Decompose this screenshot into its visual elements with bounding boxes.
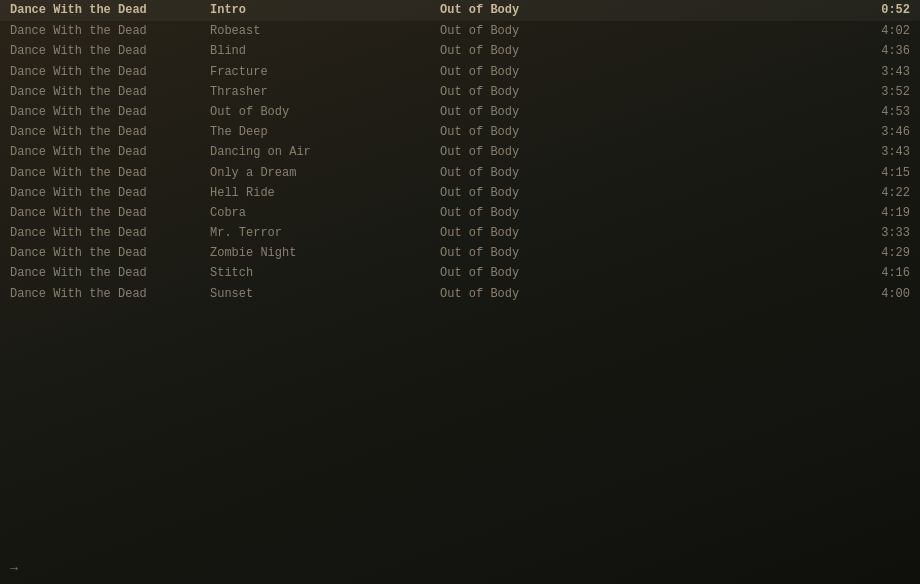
arrow-indicator: → bbox=[10, 561, 18, 576]
track-duration-cell: 3:43 bbox=[620, 144, 910, 160]
header-artist: Dance With the Dead bbox=[10, 2, 210, 18]
table-row[interactable]: Dance With the DeadZombie NightOut of Bo… bbox=[0, 243, 920, 263]
track-artist-cell: Dance With the Dead bbox=[10, 165, 210, 181]
track-album-cell: Out of Body bbox=[440, 124, 620, 140]
track-duration-cell: 4:53 bbox=[620, 104, 910, 120]
table-row[interactable]: Dance With the DeadSunsetOut of Body4:00 bbox=[0, 284, 920, 304]
track-title-cell: Dancing on Air bbox=[210, 144, 440, 160]
track-title-cell: Sunset bbox=[210, 286, 440, 302]
track-artist-cell: Dance With the Dead bbox=[10, 84, 210, 100]
table-row[interactable]: Dance With the DeadMr. TerrorOut of Body… bbox=[0, 223, 920, 243]
track-title-cell: Mr. Terror bbox=[210, 225, 440, 241]
track-album-cell: Out of Body bbox=[440, 104, 620, 120]
track-title-cell: The Deep bbox=[210, 124, 440, 140]
header-duration: 0:52 bbox=[620, 2, 910, 18]
track-duration-cell: 4:19 bbox=[620, 205, 910, 221]
track-title-cell: Zombie Night bbox=[210, 245, 440, 261]
track-album-cell: Out of Body bbox=[440, 64, 620, 80]
track-album-cell: Out of Body bbox=[440, 225, 620, 241]
track-title-cell: Thrasher bbox=[210, 84, 440, 100]
track-title-cell: Stitch bbox=[210, 265, 440, 281]
table-row[interactable]: Dance With the DeadDancing on AirOut of … bbox=[0, 142, 920, 162]
track-list-header: Dance With the Dead Intro Out of Body 0:… bbox=[0, 0, 920, 21]
table-row[interactable]: Dance With the DeadStitchOut of Body4:16 bbox=[0, 263, 920, 283]
track-artist-cell: Dance With the Dead bbox=[10, 144, 210, 160]
track-artist-cell: Dance With the Dead bbox=[10, 225, 210, 241]
header-title: Intro bbox=[210, 2, 440, 18]
track-title-cell: Out of Body bbox=[210, 104, 440, 120]
table-row[interactable]: Dance With the DeadCobraOut of Body4:19 bbox=[0, 203, 920, 223]
track-artist-cell: Dance With the Dead bbox=[10, 265, 210, 281]
table-row[interactable]: Dance With the DeadHell RideOut of Body4… bbox=[0, 183, 920, 203]
track-album-cell: Out of Body bbox=[440, 23, 620, 39]
track-duration-cell: 3:52 bbox=[620, 84, 910, 100]
track-album-cell: Out of Body bbox=[440, 265, 620, 281]
track-artist-cell: Dance With the Dead bbox=[10, 43, 210, 59]
track-album-cell: Out of Body bbox=[440, 144, 620, 160]
header-album: Out of Body bbox=[440, 2, 620, 18]
table-row[interactable]: Dance With the DeadThrasherOut of Body3:… bbox=[0, 82, 920, 102]
track-duration-cell: 4:16 bbox=[620, 265, 910, 281]
track-duration-cell: 3:33 bbox=[620, 225, 910, 241]
track-artist-cell: Dance With the Dead bbox=[10, 286, 210, 302]
table-row[interactable]: Dance With the DeadOut of BodyOut of Bod… bbox=[0, 102, 920, 122]
table-row[interactable]: Dance With the DeadThe DeepOut of Body3:… bbox=[0, 122, 920, 142]
track-artist-cell: Dance With the Dead bbox=[10, 205, 210, 221]
track-title-cell: Blind bbox=[210, 43, 440, 59]
track-artist-cell: Dance With the Dead bbox=[10, 104, 210, 120]
track-album-cell: Out of Body bbox=[440, 205, 620, 221]
track-artist-cell: Dance With the Dead bbox=[10, 124, 210, 140]
track-title-cell: Hell Ride bbox=[210, 185, 440, 201]
track-title-cell: Only a Dream bbox=[210, 165, 440, 181]
track-duration-cell: 4:36 bbox=[620, 43, 910, 59]
track-duration-cell: 4:02 bbox=[620, 23, 910, 39]
track-album-cell: Out of Body bbox=[440, 185, 620, 201]
track-title-cell: Fracture bbox=[210, 64, 440, 80]
table-row[interactable]: Dance With the DeadFractureOut of Body3:… bbox=[0, 62, 920, 82]
track-album-cell: Out of Body bbox=[440, 165, 620, 181]
track-title-cell: Robeast bbox=[210, 23, 440, 39]
table-row[interactable]: Dance With the DeadOnly a DreamOut of Bo… bbox=[0, 163, 920, 183]
track-album-cell: Out of Body bbox=[440, 84, 620, 100]
track-duration-cell: 4:29 bbox=[620, 245, 910, 261]
track-duration-cell: 4:00 bbox=[620, 286, 910, 302]
track-album-cell: Out of Body bbox=[440, 286, 620, 302]
track-duration-cell: 4:15 bbox=[620, 165, 910, 181]
track-artist-cell: Dance With the Dead bbox=[10, 185, 210, 201]
track-album-cell: Out of Body bbox=[440, 245, 620, 261]
track-duration-cell: 4:22 bbox=[620, 185, 910, 201]
track-list: Dance With the Dead Intro Out of Body 0:… bbox=[0, 0, 920, 304]
track-artist-cell: Dance With the Dead bbox=[10, 245, 210, 261]
track-duration-cell: 3:46 bbox=[620, 124, 910, 140]
table-row[interactable]: Dance With the DeadBlindOut of Body4:36 bbox=[0, 41, 920, 61]
track-title-cell: Cobra bbox=[210, 205, 440, 221]
track-artist-cell: Dance With the Dead bbox=[10, 64, 210, 80]
table-row[interactable]: Dance With the DeadRobeastOut of Body4:0… bbox=[0, 21, 920, 41]
track-artist-cell: Dance With the Dead bbox=[10, 23, 210, 39]
track-album-cell: Out of Body bbox=[440, 43, 620, 59]
track-duration-cell: 3:43 bbox=[620, 64, 910, 80]
